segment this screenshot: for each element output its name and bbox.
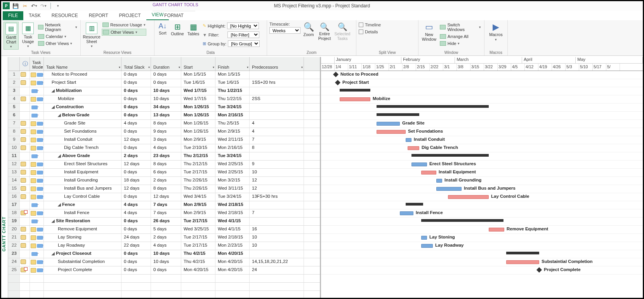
task-usage-button[interactable]: ▦ Task Usage▾	[20, 22, 35, 50]
cell-pred[interactable]	[250, 250, 304, 258]
cell-slack[interactable]: 12 days	[122, 185, 151, 193]
cell-finish[interactable]: Wed 2/25/15	[215, 169, 250, 176]
table-row[interactable]: 12Erect Steel Structures12 days8 daysThu…	[8, 161, 320, 169]
cell-finish[interactable]: Mon 4/20/15	[215, 266, 250, 274]
col-info[interactable]: ⓘ	[20, 57, 30, 71]
cell-pred[interactable]	[250, 152, 304, 160]
undo-icon[interactable]: ↶▾	[31, 2, 38, 9]
cell-pred[interactable]: 12	[250, 185, 304, 193]
cell-dur[interactable]: 2 days	[151, 177, 181, 185]
cell-slack[interactable]: 4 days	[122, 120, 151, 128]
cell-dur[interactable]: 8 days	[151, 120, 181, 128]
cell-start[interactable]: Wed 3/4/15	[181, 193, 215, 201]
cell-slack[interactable]: 18 days	[122, 177, 151, 185]
table-row[interactable]: 22Lay Roadway22 days4 daysTue 2/17/15Mon…	[8, 242, 320, 250]
chart-row[interactable]: Install Bus and Jumpers	[321, 185, 643, 193]
cell-start[interactable]: Thu 2/12/15	[181, 152, 215, 160]
collapse-icon[interactable]: ◢	[58, 154, 61, 158]
cell-slack[interactable]: 4 days	[122, 209, 151, 217]
sort-button[interactable]: A↓ Sort	[157, 22, 168, 50]
tab-project[interactable]: PROJECT	[114, 11, 146, 20]
network-diagram-button[interactable]: Network Diagram ▾	[37, 22, 78, 33]
cell-dur[interactable]: 8 days	[151, 161, 181, 168]
cell-dur[interactable]: 26 days	[151, 218, 181, 225]
cell-pred[interactable]: 13FS+30 hrs	[250, 193, 304, 201]
task-name-cell[interactable]: Install Bus and Jumpers	[64, 186, 112, 190]
task-bar[interactable]	[436, 179, 442, 183]
task-bar[interactable]	[408, 146, 419, 150]
cell-dur[interactable]: 13 days	[151, 112, 181, 119]
cell-finish[interactable]: Wed 2/18/15	[215, 201, 250, 209]
cell-pred[interactable]: 2SS	[250, 95, 304, 103]
cell-start[interactable]: Mon 2/9/15	[181, 201, 215, 209]
task-bar[interactable]	[448, 195, 489, 199]
cell-dur[interactable]: 6 days	[151, 169, 181, 176]
task-name-cell[interactable]: Dig Cable Trench	[64, 145, 99, 150]
cell-start[interactable]: Mon 1/5/15	[181, 71, 215, 79]
chart-row[interactable]: Mobilize	[321, 95, 643, 104]
cell-dur[interactable]: 10 days	[151, 258, 181, 266]
col-task-name[interactable]: Task Name▾	[44, 57, 122, 71]
task-name-cell[interactable]: Site Restoration	[56, 218, 90, 223]
cell-pred[interactable]: 4	[250, 120, 304, 128]
cell-pred[interactable]	[250, 87, 304, 95]
cell-dur[interactable]: 0 days	[151, 79, 181, 87]
chart-row[interactable]: Project Start	[321, 79, 643, 87]
collapse-icon[interactable]: ◢	[58, 113, 61, 117]
cell-finish[interactable]: Wed 2/11/15	[215, 136, 250, 144]
cell-slack[interactable]: 4 days	[122, 201, 151, 209]
cell-finish[interactable]: Mon 1/5/15	[215, 71, 250, 79]
chart-row[interactable]: Lay Roadway	[321, 242, 643, 250]
cell-start[interactable]: Tue 2/17/15	[181, 242, 215, 250]
summary-bar[interactable]	[406, 203, 423, 206]
task-name-cell[interactable]: Fence	[62, 202, 75, 207]
cell-finish[interactable]: Wed 3/11/15	[215, 185, 250, 193]
cell-slack[interactable]: 2 days	[122, 152, 151, 160]
cell-slack[interactable]: 0 days	[122, 112, 151, 119]
task-bar[interactable]	[377, 130, 406, 134]
table-row-empty[interactable]	[8, 275, 320, 283]
milestone-marker[interactable]	[333, 72, 338, 77]
table-row[interactable]: 15Install Bus and Jumpers12 days8 daysTh…	[8, 185, 320, 193]
cell-pred[interactable]: 4	[250, 128, 304, 136]
task-bar[interactable]	[506, 260, 539, 264]
task-bar[interactable]	[421, 236, 427, 240]
task-name-cell[interactable]: Install Grounding	[64, 178, 98, 182]
timeline-checkbox[interactable]: Timeline	[359, 22, 381, 27]
cell-start[interactable]: Tue 2/10/15	[181, 144, 215, 152]
table-row[interactable]: 23◢Project Closeout0 days10 daysThu 4/2/…	[8, 250, 320, 258]
cell-finish[interactable]: Thu 1/22/15	[215, 87, 250, 95]
cell-start[interactable]: Tue 2/17/15	[181, 169, 215, 176]
zoom-button[interactable]: 🔍 Zoom	[302, 22, 315, 50]
redo-icon[interactable]: ↷▾	[40, 2, 47, 9]
task-bar[interactable]	[406, 138, 411, 142]
cell-slack[interactable]: 0 days	[122, 226, 151, 233]
cell-slack[interactable]: 0 days	[122, 128, 151, 136]
table-row[interactable]: 18Install Fence4 days7 daysMon 2/9/15Wed…	[8, 209, 320, 218]
chart-row[interactable]: Set Foundations	[321, 128, 643, 136]
table-row[interactable]: 21Lay Stoning24 days2 daysTue 2/17/15Wed…	[8, 234, 320, 242]
cell-finish[interactable]: Mon 4/20/15	[215, 250, 250, 258]
chart-body[interactable]: Notice to ProceedProject StartMobilizeGr…	[321, 71, 643, 298]
task-bar[interactable]	[436, 187, 462, 191]
cell-pred[interactable]: 10	[250, 169, 304, 176]
cell-pred[interactable]: 10	[250, 242, 304, 250]
col-duration[interactable]: Duration▾	[151, 57, 181, 71]
details-checkbox[interactable]: Details	[359, 29, 381, 34]
cell-start[interactable]: Wed 1/7/15	[181, 95, 215, 103]
col-start[interactable]: Start▾	[181, 57, 215, 71]
cell-finish[interactable]: Mon 2/23/15	[215, 242, 250, 250]
summary-bar[interactable]	[377, 105, 489, 108]
cell-dur[interactable]: 7 days	[151, 209, 181, 217]
task-name-cell[interactable]: Project Start	[52, 80, 76, 85]
table-row[interactable]: 8Set Foundations0 days9 daysMon 1/26/15M…	[8, 128, 320, 136]
cell-slack[interactable]: 0 days	[122, 258, 151, 266]
cell-slack[interactable]: 0 days	[122, 193, 151, 201]
cell-finish[interactable]: Tue 3/24/15	[215, 193, 250, 201]
tab-resource[interactable]: RESOURCE	[46, 11, 83, 20]
highlight-select[interactable]: [No Highlight]	[227, 22, 259, 29]
cell-finish[interactable]: Tue 3/24/15	[215, 104, 250, 111]
task-name-cell[interactable]: Mobilize	[58, 96, 74, 101]
cell-start[interactable]: Mon 1/26/15	[181, 112, 215, 119]
chart-row[interactable]	[321, 87, 643, 95]
